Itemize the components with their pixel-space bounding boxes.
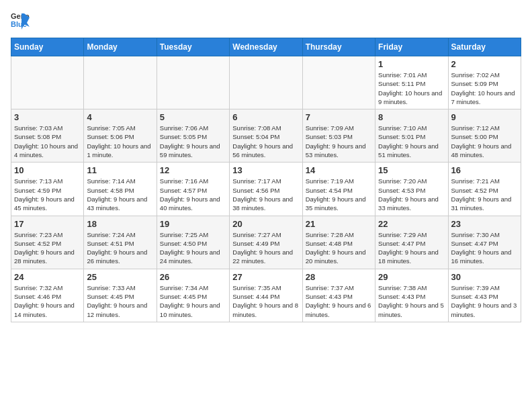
calendar-cell: 4Sunrise: 7:05 AMSunset: 5:06 PMDaylight… <box>84 109 157 163</box>
day-number: 7 <box>306 112 372 122</box>
calendar-week-row: 1Sunrise: 7:01 AMSunset: 5:11 PMDaylight… <box>11 56 521 109</box>
calendar-cell <box>230 56 302 109</box>
weekday-header-friday: Friday <box>375 38 448 56</box>
calendar-cell: 10Sunrise: 7:13 AMSunset: 4:59 PMDayligh… <box>11 163 84 216</box>
day-number: 16 <box>451 165 518 175</box>
day-number: 30 <box>451 272 518 282</box>
calendar-cell: 30Sunrise: 7:39 AMSunset: 4:43 PMDayligh… <box>448 269 521 322</box>
day-info: Sunrise: 7:32 AMSunset: 4:46 PMDaylight:… <box>14 283 81 319</box>
weekday-header-thursday: Thursday <box>302 38 375 56</box>
day-info: Sunrise: 7:02 AMSunset: 5:09 PMDaylight:… <box>451 71 518 106</box>
day-info: Sunrise: 7:12 AMSunset: 5:00 PMDaylight:… <box>451 124 518 159</box>
calendar-cell: 2Sunrise: 7:02 AMSunset: 5:09 PMDaylight… <box>448 56 521 109</box>
day-number: 18 <box>87 219 153 229</box>
day-info: Sunrise: 7:29 AMSunset: 4:47 PMDaylight:… <box>378 230 445 266</box>
day-info: Sunrise: 7:23 AMSunset: 4:52 PMDaylight:… <box>14 230 81 266</box>
day-info: Sunrise: 7:33 AMSunset: 4:45 PMDaylight:… <box>87 283 153 319</box>
day-number: 17 <box>14 219 81 229</box>
day-number: 22 <box>378 219 445 229</box>
calendar-week-row: 24Sunrise: 7:32 AMSunset: 4:46 PMDayligh… <box>11 269 521 322</box>
day-number: 23 <box>451 219 518 229</box>
calendar-cell: 6Sunrise: 7:08 AMSunset: 5:04 PMDaylight… <box>230 109 302 163</box>
calendar-cell: 23Sunrise: 7:30 AMSunset: 4:47 PMDayligh… <box>448 216 521 269</box>
day-number: 29 <box>378 272 445 282</box>
calendar-week-row: 17Sunrise: 7:23 AMSunset: 4:52 PMDayligh… <box>11 216 521 269</box>
calendar-week-row: 3Sunrise: 7:03 AMSunset: 5:08 PMDaylight… <box>11 109 521 163</box>
day-info: Sunrise: 7:34 AMSunset: 4:45 PMDaylight:… <box>160 283 226 319</box>
calendar-cell: 22Sunrise: 7:29 AMSunset: 4:47 PMDayligh… <box>375 216 448 269</box>
calendar-cell: 26Sunrise: 7:34 AMSunset: 4:45 PMDayligh… <box>157 269 229 322</box>
calendar-cell <box>302 56 375 109</box>
calendar-cell: 16Sunrise: 7:21 AMSunset: 4:52 PMDayligh… <box>448 163 521 216</box>
day-info: Sunrise: 7:03 AMSunset: 5:08 PMDaylight:… <box>14 124 81 159</box>
calendar-cell: 12Sunrise: 7:16 AMSunset: 4:57 PMDayligh… <box>157 163 229 216</box>
calendar-cell: 5Sunrise: 7:06 AMSunset: 5:05 PMDaylight… <box>157 109 229 163</box>
calendar-cell: 27Sunrise: 7:35 AMSunset: 4:44 PMDayligh… <box>230 269 302 322</box>
day-number: 28 <box>306 272 372 282</box>
day-number: 14 <box>306 165 372 175</box>
day-number: 20 <box>232 219 299 229</box>
day-number: 3 <box>14 112 81 122</box>
calendar-cell: 18Sunrise: 7:24 AMSunset: 4:51 PMDayligh… <box>84 216 157 269</box>
day-info: Sunrise: 7:30 AMSunset: 4:47 PMDaylight:… <box>451 230 518 266</box>
day-info: Sunrise: 7:24 AMSunset: 4:51 PMDaylight:… <box>87 230 153 266</box>
calendar-cell: 1Sunrise: 7:01 AMSunset: 5:11 PMDaylight… <box>375 56 448 109</box>
day-number: 2 <box>451 59 518 69</box>
day-info: Sunrise: 7:05 AMSunset: 5:06 PMDaylight:… <box>87 124 153 159</box>
day-info: Sunrise: 7:14 AMSunset: 4:58 PMDaylight:… <box>87 177 153 212</box>
day-info: Sunrise: 7:17 AMSunset: 4:56 PMDaylight:… <box>232 177 299 212</box>
day-info: Sunrise: 7:09 AMSunset: 5:03 PMDaylight:… <box>306 124 372 159</box>
day-info: Sunrise: 7:19 AMSunset: 4:54 PMDaylight:… <box>306 177 372 212</box>
calendar-cell: 15Sunrise: 7:20 AMSunset: 4:53 PMDayligh… <box>375 163 448 216</box>
day-number: 12 <box>160 165 226 175</box>
day-info: Sunrise: 7:38 AMSunset: 4:43 PMDaylight:… <box>378 283 445 319</box>
day-info: Sunrise: 7:37 AMSunset: 4:43 PMDaylight:… <box>306 283 372 319</box>
day-number: 26 <box>160 272 226 282</box>
day-number: 24 <box>14 272 81 282</box>
day-number: 4 <box>87 112 153 122</box>
day-number: 10 <box>14 165 81 175</box>
calendar-cell: 24Sunrise: 7:32 AMSunset: 4:46 PMDayligh… <box>11 269 84 322</box>
logo: General Blue <box>11 11 32 30</box>
calendar-cell: 14Sunrise: 7:19 AMSunset: 4:54 PMDayligh… <box>302 163 375 216</box>
day-info: Sunrise: 7:35 AMSunset: 4:44 PMDaylight:… <box>232 283 299 319</box>
day-info: Sunrise: 7:01 AMSunset: 5:11 PMDaylight:… <box>378 71 445 106</box>
day-number: 15 <box>378 165 445 175</box>
day-number: 5 <box>160 112 226 122</box>
calendar-cell <box>11 56 84 109</box>
day-info: Sunrise: 7:27 AMSunset: 4:49 PMDaylight:… <box>232 230 299 266</box>
weekday-header-tuesday: Tuesday <box>157 38 229 56</box>
day-number: 6 <box>232 112 299 122</box>
day-info: Sunrise: 7:28 AMSunset: 4:48 PMDaylight:… <box>306 230 372 266</box>
calendar-cell: 28Sunrise: 7:37 AMSunset: 4:43 PMDayligh… <box>302 269 375 322</box>
day-number: 25 <box>87 272 153 282</box>
day-number: 27 <box>232 272 299 282</box>
calendar-cell: 20Sunrise: 7:27 AMSunset: 4:49 PMDayligh… <box>230 216 302 269</box>
header: General Blue <box>11 11 521 30</box>
weekday-header-saturday: Saturday <box>448 38 521 56</box>
weekday-header-monday: Monday <box>84 38 157 56</box>
day-number: 13 <box>232 165 299 175</box>
calendar-cell: 19Sunrise: 7:25 AMSunset: 4:50 PMDayligh… <box>157 216 229 269</box>
day-number: 11 <box>87 165 153 175</box>
weekday-header-sunday: Sunday <box>11 38 84 56</box>
calendar-cell: 8Sunrise: 7:10 AMSunset: 5:01 PMDaylight… <box>375 109 448 163</box>
calendar-cell: 29Sunrise: 7:38 AMSunset: 4:43 PMDayligh… <box>375 269 448 322</box>
calendar-cell: 17Sunrise: 7:23 AMSunset: 4:52 PMDayligh… <box>11 216 84 269</box>
day-number: 8 <box>378 112 445 122</box>
calendar-cell: 21Sunrise: 7:28 AMSunset: 4:48 PMDayligh… <box>302 216 375 269</box>
calendar-cell: 25Sunrise: 7:33 AMSunset: 4:45 PMDayligh… <box>84 269 157 322</box>
day-number: 9 <box>451 112 518 122</box>
calendar-cell <box>157 56 229 109</box>
day-info: Sunrise: 7:08 AMSunset: 5:04 PMDaylight:… <box>232 124 299 159</box>
calendar-cell <box>84 56 157 109</box>
day-info: Sunrise: 7:10 AMSunset: 5:01 PMDaylight:… <box>378 124 445 159</box>
calendar-cell: 11Sunrise: 7:14 AMSunset: 4:58 PMDayligh… <box>84 163 157 216</box>
calendar-table: SundayMondayTuesdayWednesdayThursdayFrid… <box>11 38 521 322</box>
day-number: 1 <box>378 59 445 69</box>
day-info: Sunrise: 7:16 AMSunset: 4:57 PMDaylight:… <box>160 177 226 212</box>
day-info: Sunrise: 7:20 AMSunset: 4:53 PMDaylight:… <box>378 177 445 212</box>
calendar-cell: 13Sunrise: 7:17 AMSunset: 4:56 PMDayligh… <box>230 163 302 216</box>
calendar-cell: 7Sunrise: 7:09 AMSunset: 5:03 PMDaylight… <box>302 109 375 163</box>
logo-icon: General Blue <box>11 11 30 30</box>
